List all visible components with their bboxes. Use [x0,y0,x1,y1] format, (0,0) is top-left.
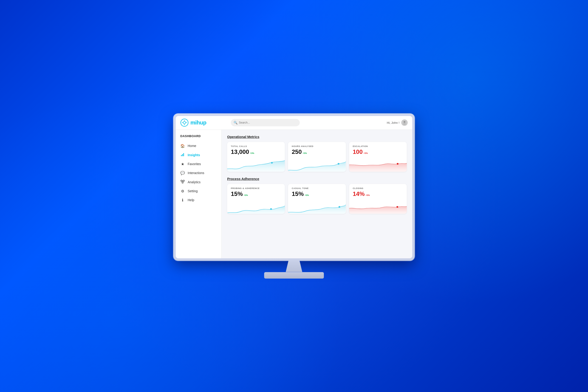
metric-label-total-calls: TOTAL CALLS [231,145,281,148]
chart-total-calls [227,157,285,172]
metric-value-casual-tone: 15% [292,190,304,198]
metric-value-hours-analysed: 250 [292,148,302,156]
metric-value-row-casual-tone: 15% +3% [292,190,342,198]
metric-card-hours-analysed: HOURS ANALYSED 250 +3% [288,142,346,172]
process-adherence-title: Process Adherence [227,177,407,181]
sidebar-item-setting[interactable]: ⚙ Setting [176,187,222,196]
interactions-icon: 💬 [180,171,185,175]
sidebar-item-favorites-label: Favorites [188,162,201,166]
insights-icon [180,153,185,157]
header: mihup 🔍 Hi, John ! [176,116,412,130]
main-layout: DASHBOARD 🏠 Home Insi [176,130,412,258]
monitor-stand-neck [280,261,308,272]
svg-point-0 [181,119,188,126]
sidebar-item-help-label: Help [188,198,194,202]
sidebar-item-insights[interactable]: Insights [176,150,222,160]
metric-badge-total-calls: +3% [250,152,254,154]
sidebar-item-insights-label: Insights [188,153,200,157]
metric-label-escalation: ESCALATION [353,145,403,148]
sidebar-item-analytics[interactable]: Analytics [176,178,222,187]
metric-card-casual-tone: CASUAL TONE 15% +3% [288,184,346,214]
metric-label-probing: PROBING & ADHERENCE [231,187,281,190]
svg-point-18 [338,163,340,164]
metric-value-row-probing: 15% +3% [231,190,281,198]
svg-point-19 [397,163,398,164]
metric-card-total-calls: TOTAL CALLS 13,000 +3% [227,142,285,172]
metric-badge-hours-analysed: +3% [303,152,307,154]
metric-value-row-hours-analysed: 250 +3% [292,148,342,156]
svg-point-7 [403,123,406,125]
chart-closing [349,199,407,214]
logo-area: mihup [180,118,226,127]
logo-icon [180,118,188,127]
monitor-wrapper: mihup 🔍 Hi, John ! [174,114,414,278]
operational-metrics-grid: TOTAL CALLS 13,000 +3% [227,142,407,172]
metric-badge-casual-tone: +3% [304,194,309,196]
metric-badge-closing: +3% [366,194,370,196]
svg-point-6 [404,121,406,123]
metric-value-closing: 14% [353,190,365,198]
help-icon: ℹ [180,198,185,202]
svg-point-1 [183,122,186,124]
favorites-icon: ★ [180,162,185,166]
metric-badge-probing: +3% [244,194,248,196]
chart-probing [227,199,285,214]
sidebar-item-help[interactable]: ℹ Help [176,196,222,204]
sidebar-item-setting-label: Setting [188,189,198,193]
svg-point-22 [396,206,398,208]
monitor-stand-base [264,272,324,278]
sidebar-title: DASHBOARD [176,134,222,142]
metric-value-escalation: 100 [353,148,363,156]
sidebar: DASHBOARD 🏠 Home Insi [176,130,222,258]
metric-value-row-total-calls: 13,000 +3% [231,148,281,156]
metric-label-closing: CLOSING [353,187,403,190]
search-bar[interactable]: 🔍 [231,119,300,126]
user-greeting: Hi, John ! [387,121,400,124]
metric-label-hours-analysed: HOURS ANALYSED [292,145,342,148]
logo-text: mihup [190,120,206,126]
setting-icon: ⚙ [180,189,185,193]
metric-value-row-escalation: 100 +3% [353,148,403,156]
svg-point-17 [271,162,273,164]
analytics-icon [180,180,185,184]
home-icon: 🏠 [180,144,185,148]
metric-card-escalation: ESCALATION 100 +3% [349,142,407,172]
chart-hours-analysed [288,157,346,172]
svg-point-21 [338,206,340,208]
search-icon: 🔍 [234,121,238,124]
metric-card-closing: CLOSING 14% +3% [349,184,407,214]
user-avatar [401,120,408,126]
svg-point-13 [182,182,183,183]
metric-value-row-closing: 14% +3% [353,190,403,198]
metric-label-casual-tone: CASUAL TONE [292,187,342,190]
content: Operational Metrics TOTAL CALLS 13,000 +… [222,130,412,258]
sidebar-item-home-label: Home [188,144,196,148]
svg-rect-9 [182,154,183,156]
screen: mihup 🔍 Hi, John ! [176,116,412,258]
monitor: mihup 🔍 Hi, John ! [174,114,414,261]
sidebar-item-interactions[interactable]: 💬 Interactions [176,168,222,178]
user-area: Hi, John ! [387,120,408,126]
chart-escalation [349,157,407,172]
process-adherence-grid: PROBING & ADHERENCE 15% +3% [227,184,407,214]
sidebar-item-home[interactable]: 🏠 Home [176,142,222,150]
svg-point-20 [270,208,272,210]
search-input[interactable] [239,121,297,124]
sidebar-item-interactions-label: Interactions [188,171,204,175]
metric-card-probing: PROBING & ADHERENCE 15% +3% [227,184,285,214]
sidebar-item-analytics-label: Analytics [188,180,200,184]
sidebar-item-favorites[interactable]: ★ Favorites [176,160,222,168]
chart-casual-tone [288,199,346,214]
operational-metrics-title: Operational Metrics [227,135,407,139]
metric-value-total-calls: 13,000 [231,148,249,156]
metric-value-probing: 15% [231,190,243,198]
metric-badge-escalation: +3% [364,152,368,154]
svg-rect-10 [183,153,184,156]
svg-rect-8 [181,155,182,156]
